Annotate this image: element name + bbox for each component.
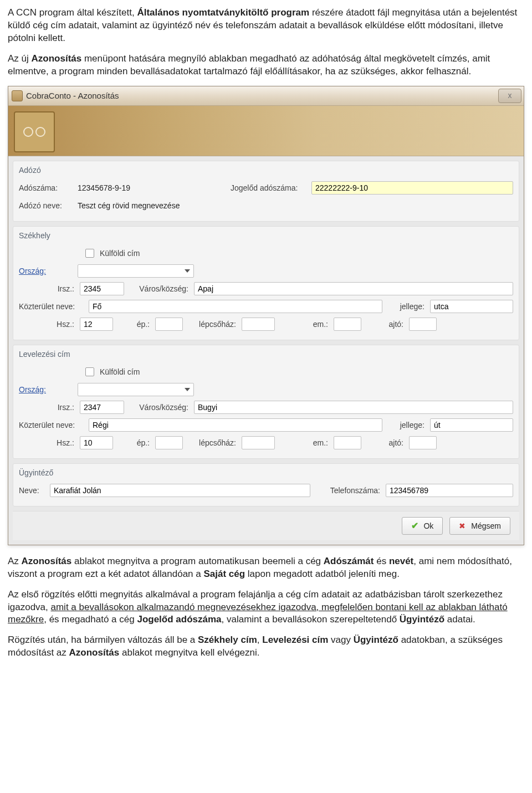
input-levelezes-lepcsohaz[interactable]	[242, 436, 275, 449]
app-logo-icon	[14, 111, 55, 152]
group-ugyintezo: Ügyintéző Neve: Telefonszáma:	[13, 463, 519, 507]
label-szekhely-irsz: Irsz.:	[19, 284, 76, 293]
input-szekhely-irsz[interactable]	[80, 282, 124, 295]
input-levelezes-varos[interactable]	[194, 401, 513, 414]
label-levelezes-ajto: ajtó:	[365, 438, 406, 447]
label-ugyintezo-tel: Telefonszáma:	[314, 486, 382, 495]
input-szekhely-kozterulet[interactable]	[89, 300, 382, 313]
label-levelezes-varos: Város/község:	[127, 403, 191, 412]
link-szekhely-orszag[interactable]: Ország:	[19, 267, 74, 275]
input-szekhely-ep[interactable]	[155, 318, 183, 331]
input-levelezes-em[interactable]	[334, 436, 361, 449]
input-levelezes-ajto[interactable]	[409, 436, 437, 449]
group-title-levelezes: Levelezési cím	[19, 350, 513, 359]
label-levelezes-ep: ép.:	[116, 438, 152, 447]
label-szekhely-ep: ép.:	[116, 320, 152, 329]
input-szekhely-varos[interactable]	[194, 282, 513, 295]
label-szekhely-ajto: ajtó:	[365, 320, 406, 329]
doc-paragraph-2: Az új Azonosítás menüpont hatására megny…	[8, 53, 524, 78]
input-levelezes-kozterulet[interactable]	[89, 418, 382, 432]
label-ugyintezo-nev: Neve:	[19, 486, 47, 495]
close-button[interactable]: x	[498, 89, 521, 103]
label-levelezes-lepcsohaz: lépcsőház:	[186, 438, 238, 447]
ribbon-band	[8, 106, 524, 156]
label-adozo-nev: Adózó neve:	[19, 201, 74, 210]
input-levelezes-irsz[interactable]	[80, 401, 124, 414]
ok-button-label: Ok	[423, 521, 433, 530]
value-adoszam: 12345678-9-19	[78, 183, 227, 192]
input-levelezes-jellege[interactable]	[430, 418, 513, 432]
select-szekhely-orszag[interactable]	[78, 264, 194, 278]
input-szekhely-lepcsohaz[interactable]	[242, 318, 275, 331]
button-bar: Ok Mégsem	[13, 511, 519, 540]
label-adoszam: Adószáma:	[19, 183, 74, 192]
label-levelezes-irsz: Irsz.:	[19, 403, 76, 412]
doc-paragraph-b: Az első rögzítés előtti megnyitás alkalm…	[8, 589, 524, 627]
label-levelezes-kulfoldi: Külföldi cím	[100, 367, 140, 376]
label-szekhely-varos: Város/község:	[127, 284, 191, 293]
label-szekhely-jellege: jellege:	[386, 302, 427, 311]
label-szekhely-kozterulet: Közterület neve:	[19, 302, 85, 311]
check-icon	[411, 521, 420, 530]
select-levelezes-orszag[interactable]	[78, 383, 194, 396]
doc-paragraph-1: A CCN program által készített, Általános…	[8, 7, 524, 45]
form-area: Adózó Adószáma: 12345678-9-19 Jogelőd ad…	[8, 156, 524, 545]
window-title: CobraConto - Azonosítás	[26, 91, 119, 100]
input-levelezes-hsz[interactable]	[80, 436, 113, 449]
input-jogelod-adoszam[interactable]	[311, 181, 513, 195]
label-levelezes-kozterulet: Közterület neve:	[19, 421, 85, 429]
doc-paragraph-a: Az Azonosítás ablakot megnyitva a progra…	[8, 555, 524, 581]
group-title-ugyintezo: Ügyintéző	[19, 468, 513, 477]
label-szekhely-em: em.:	[278, 320, 330, 329]
group-title-adozo: Adózó	[19, 166, 513, 175]
group-levelezes: Levelezési cím Külföldi cím Ország: Irsz…	[13, 345, 519, 459]
input-ugyintezo-nev[interactable]	[50, 484, 310, 497]
label-levelezes-em: em.:	[278, 438, 330, 447]
checkbox-szekhely-kulfoldi[interactable]	[85, 249, 94, 258]
label-levelezes-hsz: Hsz.:	[19, 438, 76, 447]
label-jogelod: Jogelőd adószáma:	[231, 183, 308, 192]
checkbox-levelezes-kulfoldi[interactable]	[85, 367, 94, 376]
app-window: CobraConto - Azonosítás x Adózó Adószáma…	[8, 86, 524, 545]
input-szekhely-jellege[interactable]	[430, 300, 513, 313]
label-szekhely-hsz: Hsz.:	[19, 320, 76, 329]
input-szekhely-hsz[interactable]	[80, 318, 113, 331]
app-icon	[12, 90, 23, 101]
label-szekhely-lepcsohaz: lépcsőház:	[186, 320, 238, 329]
link-levelezes-orszag[interactable]: Ország:	[19, 385, 74, 394]
cancel-button[interactable]: Mégsem	[449, 517, 510, 535]
titlebar: CobraConto - Azonosítás x	[8, 86, 524, 106]
doc-paragraph-c: Rögzítés után, ha bármilyen változás áll…	[8, 634, 524, 659]
bold-anyk: Általános nyomtatványkitöltő program	[137, 7, 309, 18]
label-szekhely-kulfoldi: Külföldi cím	[100, 249, 140, 258]
group-adozo: Adózó Adószáma: 12345678-9-19 Jogelőd ad…	[13, 161, 519, 222]
ok-button[interactable]: Ok	[402, 517, 443, 535]
label-levelezes-jellege: jellege:	[386, 421, 427, 429]
input-ugyintezo-tel[interactable]	[386, 484, 513, 497]
input-szekhely-ajto[interactable]	[409, 318, 437, 331]
cross-icon	[459, 521, 468, 530]
input-levelezes-ep[interactable]	[155, 436, 183, 449]
group-title-szekhely: Székhely	[19, 231, 513, 240]
cancel-button-label: Mégsem	[471, 521, 501, 530]
bold-azonositas: Azonosítás	[32, 53, 82, 64]
group-szekhely: Székhely Külföldi cím Ország: Irsz.: Vár…	[13, 226, 519, 340]
input-szekhely-em[interactable]	[334, 318, 361, 331]
value-adozo-nev: Teszt cég rövid megnevezése	[78, 201, 180, 210]
